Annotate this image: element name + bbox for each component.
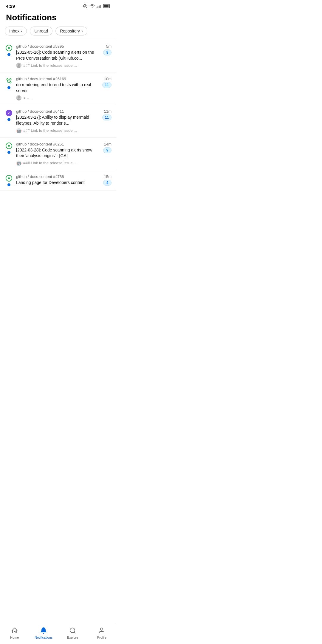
- notif-repo: github / docs-content #4788: [16, 174, 64, 179]
- notif-title: [2022-03-17]: Ability to display mermaid…: [16, 114, 100, 126]
- notification-item[interactable]: ✓ github / docs-content #6411 11m [2022-…: [0, 105, 116, 137]
- svg-rect-8: [110, 5, 110, 7]
- notif-content: github / docs-internal #26169 10m do ren…: [16, 77, 112, 100]
- svg-point-1: [83, 4, 87, 8]
- notif-repo: github / docs-content #6411: [16, 109, 64, 114]
- notif-content: github / docs-content #5895 5m [2022-05-…: [16, 44, 112, 68]
- filter-repository[interactable]: Repository ▾: [55, 27, 87, 35]
- wifi-icon: [89, 4, 95, 8]
- svg-rect-4: [98, 6, 98, 8]
- notif-badge: 4: [103, 180, 112, 186]
- page-title: Notifications: [6, 13, 110, 22]
- notif-time: 15m: [104, 174, 112, 179]
- unread-dot: [7, 183, 10, 186]
- status-bar: 4:29: [0, 0, 116, 10]
- filter-unread[interactable]: Unread: [30, 27, 52, 35]
- notif-header-row: github / docs-content #5895 5m: [16, 44, 112, 49]
- svg-rect-6: [100, 5, 100, 8]
- svg-point-10: [18, 64, 20, 66]
- issue-open-icon: [6, 175, 12, 182]
- notif-content: github / docs-content #4788 15m Landing …: [16, 174, 112, 186]
- notif-header-row: github / docs-content #6411 11m: [16, 109, 112, 114]
- notifications-list: github / docs-content #5895 5m [2022-05-…: [0, 40, 116, 191]
- notif-icon-col: ✓: [5, 109, 13, 121]
- avatar: [16, 63, 21, 68]
- issue-open-icon: [6, 143, 12, 149]
- notif-badge: 11: [102, 82, 112, 88]
- bot-avatar: 🤖: [16, 160, 21, 166]
- issue-closed-icon: ✓: [6, 110, 12, 116]
- notification-item[interactable]: github / docs-internal #26169 10m do ren…: [0, 72, 116, 105]
- notif-title-row: do rendering end-to-end tests with a rea…: [16, 82, 112, 94]
- unread-dot: [7, 151, 10, 154]
- bot-avatar: 🤖: [16, 128, 21, 133]
- unread-dot: [7, 118, 10, 121]
- signal-icon: [97, 4, 101, 8]
- notif-preview: 🤖 ### Link to the release issue ...: [16, 160, 112, 166]
- svg-rect-9: [103, 5, 109, 7]
- avatar: [16, 95, 21, 100]
- filter-bar: Inbox ▾ Unread Repository ▾: [0, 27, 116, 40]
- notif-title-row: [2022-03-17]: Ability to display mermaid…: [16, 114, 112, 126]
- notif-title: [2022-03-28]: Code scanning alerts show …: [16, 147, 101, 159]
- notif-title: [2022-05-16]: Code scanning alerts on th…: [16, 49, 101, 61]
- notification-item[interactable]: github / docs-content #4788 15m Landing …: [0, 170, 116, 191]
- filter-inbox[interactable]: Inbox ▾: [5, 27, 27, 35]
- notif-content: github / docs-content #6251 14m [2022-03…: [16, 142, 112, 166]
- svg-rect-3: [97, 7, 97, 8]
- svg-rect-5: [99, 5, 99, 8]
- notif-time: 5m: [106, 44, 112, 49]
- notif-time: 10m: [104, 77, 112, 81]
- notif-icon-col: [5, 174, 13, 186]
- notif-title-row: Landing page for Developers content 4: [16, 180, 112, 186]
- notif-time: 14m: [104, 142, 112, 146]
- svg-point-13: [10, 82, 11, 83]
- status-icons: [83, 4, 110, 9]
- chevron-down-icon: ▾: [81, 30, 83, 33]
- notification-item[interactable]: github / docs-content #5895 5m [2022-05-…: [0, 40, 116, 72]
- notif-icon-col: [5, 44, 13, 56]
- notification-status-icon: [83, 4, 88, 9]
- notif-header-row: github / docs-content #6251 14m: [16, 142, 112, 147]
- notif-header-row: github / docs-content #4788 15m: [16, 174, 112, 180]
- notif-title: do rendering end-to-end tests with a rea…: [16, 82, 100, 94]
- notif-badge: 11: [102, 114, 112, 120]
- chevron-down-icon: ▾: [21, 30, 22, 33]
- notif-preview: <!-- ...: [16, 95, 112, 100]
- pr-icon: [5, 77, 13, 84]
- page-header: Notifications: [0, 10, 116, 27]
- svg-point-17: [18, 96, 20, 98]
- svg-point-0: [85, 6, 86, 7]
- notif-repo: github / docs-internal #26169: [16, 77, 66, 81]
- svg-point-18: [17, 99, 21, 101]
- unread-dot: [7, 86, 10, 89]
- notif-content: github / docs-content #6411 11m [2022-03…: [16, 109, 112, 133]
- notification-item[interactable]: github / docs-content #6251 14m [2022-03…: [0, 138, 116, 170]
- notif-icon-col: [5, 77, 13, 89]
- notif-header-row: github / docs-internal #26169 10m: [16, 77, 112, 82]
- notif-repo: github / docs-content #5895: [16, 44, 64, 49]
- notif-badge: 8: [103, 49, 112, 55]
- notif-title-row: [2022-05-16]: Code scanning alerts on th…: [16, 49, 112, 61]
- svg-point-2: [92, 7, 92, 8]
- notif-badge: 9: [103, 147, 112, 153]
- svg-point-11: [17, 66, 21, 68]
- battery-icon: [103, 4, 110, 8]
- notif-preview: ### Link to the release issue ...: [16, 63, 112, 68]
- issue-open-icon: [6, 45, 12, 51]
- notif-icon-col: [5, 142, 13, 154]
- notif-title-row: [2022-03-28]: Code scanning alerts show …: [16, 147, 112, 159]
- notif-preview: 🤖 ### Link to the release issue ...: [16, 128, 112, 133]
- unread-dot: [7, 53, 10, 56]
- notif-time: 11m: [104, 109, 112, 114]
- notif-repo: github / docs-content #6251: [16, 142, 64, 146]
- status-time: 4:29: [6, 4, 15, 9]
- notif-title: Landing page for Developers content: [16, 180, 101, 186]
